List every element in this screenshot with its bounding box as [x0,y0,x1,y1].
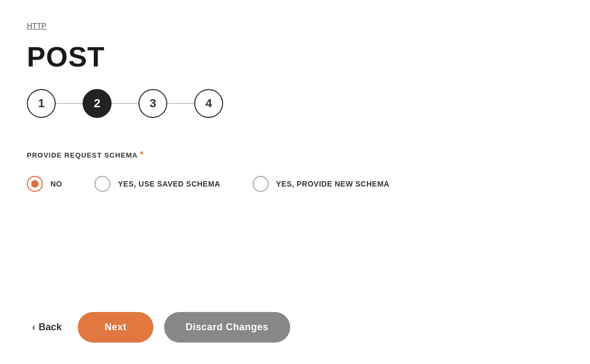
radio-input-no[interactable] [27,176,43,192]
step-connector-2 [112,103,138,104]
step-connector-1 [56,103,83,104]
section-label: PROVIDE REQUEST SCHEMA* [27,150,563,160]
radio-option-no[interactable]: NO [27,176,62,192]
breadcrumb[interactable]: HTTP [27,21,563,30]
radio-input-yes-saved[interactable] [94,176,110,192]
form-section: PROVIDE REQUEST SCHEMA* NO YES, USE SAVE… [27,150,563,192]
radio-option-yes-new[interactable]: YES, PROVIDE NEW SCHEMA [253,176,389,192]
step-4[interactable]: 4 [194,89,223,118]
step-3[interactable]: 3 [138,89,167,118]
back-chevron-icon: ‹ [32,322,35,333]
radio-inner-no [31,180,39,188]
step-2[interactable]: 2 [83,89,112,118]
radio-label-no: NO [50,180,62,188]
step-connector-3 [167,103,194,104]
next-button[interactable]: Next [78,312,153,343]
page-title: POST [27,41,563,73]
back-button[interactable]: ‹ Back [27,322,67,333]
radio-group: NO YES, USE SAVED SCHEMA YES, PROVIDE NE… [27,176,563,192]
radio-label-yes-saved: YES, USE SAVED SCHEMA [118,180,220,188]
radio-input-yes-new[interactable] [253,176,269,192]
stepper: 1 2 3 4 [27,89,563,118]
required-indicator: * [140,150,144,160]
back-label: Back [39,322,62,333]
radio-option-yes-saved[interactable]: YES, USE SAVED SCHEMA [94,176,220,192]
radio-label-yes-new: YES, PROVIDE NEW SCHEMA [276,180,389,188]
discard-changes-button[interactable]: Discard Changes [164,312,290,343]
step-1[interactable]: 1 [27,89,56,118]
page-container: HTTP POST 1 2 3 4 PROVIDE REQUEST SCHEMA… [0,0,590,364]
footer-actions: ‹ Back Next Discard Changes [27,301,563,343]
